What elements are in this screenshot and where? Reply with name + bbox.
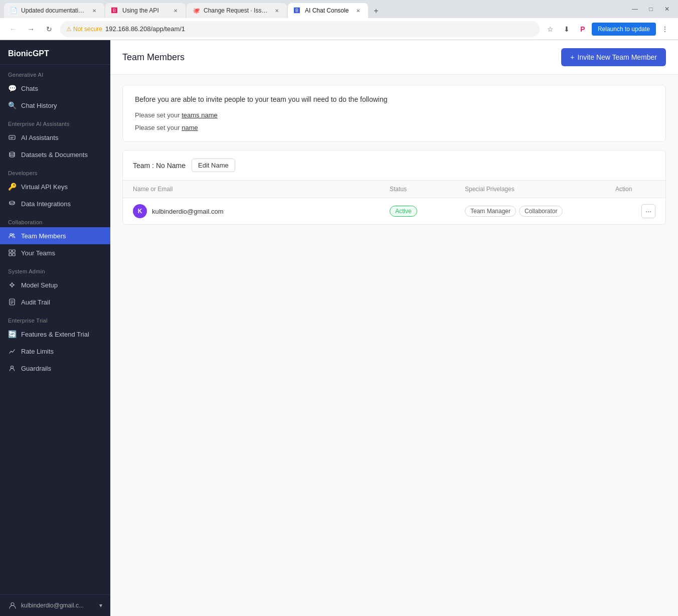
avatar: K <box>133 204 147 218</box>
tab-1-favicon: 📄 <box>10 7 17 14</box>
invite-new-member-button[interactable]: + Invite New Team Member <box>561 48 666 66</box>
tab-4[interactable]: 🅱 AI Chat Console ✕ <box>288 3 368 18</box>
browser-toolbar: ← → ↻ ⚠ Not secure 192.168.86.208/app/te… <box>0 18 678 40</box>
warning-item-text-1: Please set your <box>135 111 182 119</box>
sidebar-item-chat-history[interactable]: 🔍 Chat History <box>0 97 110 114</box>
svg-point-9 <box>11 284 14 286</box>
audit-trail-label: Audit Trail <box>21 298 50 306</box>
section-label-generative-ai: Generative AI <box>0 65 110 80</box>
tab-3-label: Change Request · Issue #... <box>204 7 269 14</box>
teams-name-link[interactable]: teams name <box>182 111 218 119</box>
tab-1-label: Updated documentation... <box>21 7 86 14</box>
section-label-enterprise-ai: Enterprise AI Assistants <box>0 114 110 129</box>
your-teams-label: Your Teams <box>21 249 55 257</box>
sidebar-item-features-trial[interactable]: 🔄 Features & Extend Trial <box>0 326 110 343</box>
svg-point-4 <box>13 234 14 235</box>
svg-point-2 <box>10 201 15 203</box>
tab-2-close[interactable]: ✕ <box>172 7 180 15</box>
menu-button[interactable]: ⋮ <box>658 22 672 36</box>
table-header-row: Name or Email Status Special Privelages … <box>123 181 665 198</box>
section-label-system-admin: System Admin <box>0 261 110 276</box>
svg-point-1 <box>10 152 15 154</box>
chats-label: Chats <box>21 85 38 92</box>
sidebar-item-audit-trail[interactable]: Audit Trail <box>0 293 110 311</box>
minimize-button[interactable]: — <box>628 2 642 16</box>
footer-user-email: kulbinderdio@gmail.c... <box>21 602 95 609</box>
sidebar-item-ai-assistants[interactable]: AI Assistants <box>0 129 110 146</box>
ai-assistants-icon <box>8 133 16 141</box>
not-secure-label: Not secure <box>73 26 102 33</box>
api-keys-icon: 🔑 <box>8 183 16 191</box>
warning-item-text-2: Please set your <box>135 124 182 131</box>
tab-2[interactable]: 🅱 Using the API ✕ <box>105 3 186 18</box>
svg-point-10 <box>12 282 13 283</box>
sidebar-item-data-integrations[interactable]: Data Integrations <box>0 195 110 212</box>
your-teams-icon <box>8 249 16 257</box>
row-action-menu-button[interactable]: ··· <box>641 204 655 218</box>
tab-4-label: AI Chat Console <box>305 7 349 14</box>
status-cell: Active <box>390 206 465 217</box>
user-cell: K kulbinderdio@gmail.com <box>133 204 390 218</box>
back-button[interactable]: ← <box>6 22 20 36</box>
sidebar-item-team-members[interactable]: Team Members <box>0 227 110 244</box>
invite-button-label: Invite New Team Member <box>578 53 657 61</box>
tab-1-close[interactable]: ✕ <box>90 7 98 15</box>
rate-limits-label: Rate Limits <box>21 348 54 355</box>
tab-3-close[interactable]: ✕ <box>273 7 281 15</box>
edit-name-button[interactable]: Edit Name <box>192 159 235 172</box>
profile-button[interactable]: P <box>576 22 590 36</box>
tab-3-favicon: 🐙 <box>193 7 200 14</box>
guardrails-label: Guardrails <box>21 365 51 372</box>
bookmark-button[interactable]: ☆ <box>544 22 558 36</box>
footer-user-icon <box>8 601 17 610</box>
sidebar-item-rate-limits[interactable]: Rate Limits <box>0 343 110 360</box>
relaunch-button[interactable]: Relaunch to update <box>592 23 656 36</box>
sidebar-footer-user[interactable]: kulbinderdio@gmail.c... ▾ <box>0 594 110 616</box>
sidebar-item-your-teams[interactable]: Your Teams <box>0 244 110 261</box>
address-bar[interactable]: ⚠ Not secure 192.168.86.208/app/team/1 <box>60 21 540 37</box>
svg-point-15 <box>11 366 14 369</box>
api-keys-label: Virtual API Keys <box>21 183 68 191</box>
team-section: Team : No Name Edit Name Name or Email S… <box>122 150 666 225</box>
svg-point-11 <box>12 286 13 287</box>
svg-point-13 <box>14 284 15 285</box>
sidebar-item-model-setup[interactable]: Model Setup <box>0 276 110 293</box>
tab-1[interactable]: 📄 Updated documentation... ✕ <box>4 3 104 18</box>
svg-rect-5 <box>9 250 12 252</box>
guardrails-icon <box>8 364 16 372</box>
section-label-collaboration: Collaboration <box>0 212 110 227</box>
tab-4-favicon: 🅱 <box>294 7 301 14</box>
rate-limits-icon <box>8 347 16 355</box>
download-button[interactable]: ⬇ <box>560 22 574 36</box>
privilege-team-manager: Team Manager <box>465 206 516 217</box>
warning-items: Please set your teams name Please set yo… <box>135 111 653 131</box>
svg-point-3 <box>10 234 12 236</box>
close-button[interactable]: ✕ <box>660 2 674 16</box>
svg-rect-6 <box>13 250 15 252</box>
svg-rect-8 <box>13 253 15 256</box>
maximize-button[interactable]: □ <box>644 2 658 16</box>
user-email: kulbinderdio@gmail.com <box>152 208 224 215</box>
tab-3[interactable]: 🐙 Change Request · Issue #... ✕ <box>187 3 287 18</box>
sidebar-item-datasets[interactable]: Datasets & Documents <box>0 146 110 163</box>
model-setup-label: Model Setup <box>21 281 58 289</box>
footer-dropdown-icon: ▾ <box>99 602 102 609</box>
new-tab-button[interactable]: + <box>369 4 383 18</box>
data-integrations-icon <box>8 200 16 208</box>
forward-button[interactable]: → <box>24 22 38 36</box>
data-integrations-label: Data Integrations <box>21 200 71 208</box>
sidebar-item-chats[interactable]: 💬 Chats <box>0 80 110 97</box>
team-table: Name or Email Status Special Privelages … <box>123 181 665 224</box>
page-title: Team Members <box>122 52 185 63</box>
privilege-collaborator: Collaborator <box>519 206 563 217</box>
name-link[interactable]: name <box>182 124 198 131</box>
reload-button[interactable]: ↻ <box>42 22 56 36</box>
model-setup-icon <box>8 281 16 289</box>
table-row: K kulbinderdio@gmail.com Active Team Man… <box>123 198 665 224</box>
tab-4-close[interactable]: ✕ <box>354 7 362 15</box>
col-header-name: Name or Email <box>133 186 390 193</box>
col-header-privileges: Special Privelages <box>465 186 615 193</box>
sidebar-item-guardrails[interactable]: Guardrails <box>0 360 110 377</box>
features-trial-label: Features & Extend Trial <box>21 331 89 338</box>
sidebar-item-api-keys[interactable]: 🔑 Virtual API Keys <box>0 178 110 195</box>
